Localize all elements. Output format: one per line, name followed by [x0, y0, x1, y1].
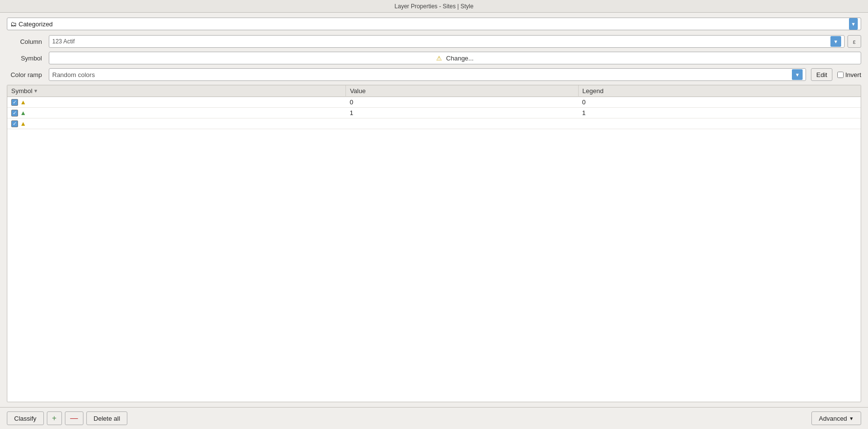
add-icon: +: [52, 414, 57, 422]
row-1-legend: 1: [578, 108, 861, 118]
title-bar: Layer Properties - Sites | Style: [0, 0, 868, 13]
remove-category-button[interactable]: —: [65, 411, 83, 425]
column-field[interactable]: 123 Actif ▼: [49, 35, 845, 48]
epsilon-button[interactable]: ε: [848, 35, 861, 48]
color-ramp-label: Color ramp: [7, 71, 46, 78]
sort-arrow: ▼: [33, 88, 38, 94]
row-2-triangle-icon: ▲: [20, 120, 26, 127]
advanced-dropdown-arrow: ▼: [849, 416, 854, 421]
add-category-button[interactable]: +: [47, 411, 62, 425]
row-2-value: [346, 118, 578, 129]
column-value: 123 Actif: [52, 38, 828, 45]
renderer-select[interactable]: 🗂 Categorized ▼: [7, 18, 861, 30]
row-2-symbol-cell: ✓ ▲: [7, 118, 346, 129]
advanced-label: Advanced: [819, 415, 847, 422]
column-row: Column 123 Actif ▼ ε: [7, 35, 861, 48]
renderer-value: Categorized: [19, 20, 53, 28]
row-2-legend: [578, 118, 861, 129]
row-1-checkbox[interactable]: ✓: [11, 110, 18, 117]
row-2-checkbox[interactable]: ✓: [11, 120, 18, 127]
categorized-icon: 🗂: [10, 20, 17, 28]
table-row: ✓ ▲ 0 0: [7, 97, 861, 108]
col-legend: Legend: [578, 85, 861, 97]
row-0-triangle-icon: ▲: [20, 98, 26, 106]
table-row: ✓ ▲: [7, 118, 861, 129]
delete-all-button[interactable]: Delete all: [86, 411, 127, 425]
row-0-value: 0: [346, 97, 578, 108]
symbol-row: Symbol ⚠ Change...: [7, 52, 861, 64]
row-1-symbol-cell: ✓ ▲: [7, 108, 346, 118]
change-button[interactable]: Change...: [446, 55, 473, 62]
row-1-triangle-icon: ▲: [20, 109, 26, 117]
invert-checkbox[interactable]: [837, 72, 844, 78]
color-ramp-value: Random colors: [52, 71, 790, 78]
row-0-legend: 0: [578, 97, 861, 108]
invert-checkbox-row: Invert: [837, 71, 861, 78]
categories-table: Symbol ▼ Value Legend ✓: [7, 85, 861, 129]
col-value: Value: [346, 85, 578, 97]
table-row: ✓ ▲ 1 1: [7, 108, 861, 118]
advanced-button[interactable]: Advanced ▼: [811, 411, 861, 425]
classify-button[interactable]: Classify: [7, 411, 44, 425]
renderer-dropdown-arrow[interactable]: ▼: [849, 18, 858, 30]
symbol-warning-icon: ⚠: [436, 55, 442, 62]
window-title: Layer Properties - Sites | Style: [395, 3, 474, 10]
symbol-field[interactable]: ⚠ Change...: [49, 52, 861, 64]
row-0-checkbox[interactable]: ✓: [11, 99, 18, 106]
renderer-wrapper: 🗂 Categorized ▼: [7, 18, 861, 30]
renderer-row: 🗂 Categorized ▼: [7, 18, 861, 30]
remove-icon: —: [70, 414, 78, 422]
row-0-symbol-cell: ✓ ▲: [7, 97, 346, 108]
symbol-label: Symbol: [7, 55, 46, 62]
symbol-table: Symbol ▼ Value Legend ✓: [7, 85, 861, 402]
color-ramp-dropdown-btn[interactable]: ▼: [792, 69, 803, 80]
color-ramp-row: Color ramp Random colors ▼ Edit Invert: [7, 68, 861, 81]
color-ramp-select[interactable]: Random colors ▼: [49, 68, 806, 81]
col-symbol: Symbol ▼: [7, 85, 346, 97]
invert-label: Invert: [845, 71, 861, 78]
table-body: ✓ ▲ 0 0 ✓ ▲: [7, 97, 861, 129]
edit-button[interactable]: Edit: [811, 68, 832, 81]
row-1-value: 1: [346, 108, 578, 118]
main-window: Layer Properties - Sites | Style 🗂 Categ…: [0, 0, 868, 429]
table-header: Symbol ▼ Value Legend: [7, 85, 861, 97]
column-label: Column: [7, 38, 46, 45]
bottom-bar: Classify + — Delete all Advanced ▼: [0, 407, 868, 429]
content-area: 🗂 Categorized ▼ Column 123 Actif ▼ ε Sym…: [0, 13, 868, 407]
column-dropdown-btn[interactable]: ▼: [830, 36, 841, 47]
